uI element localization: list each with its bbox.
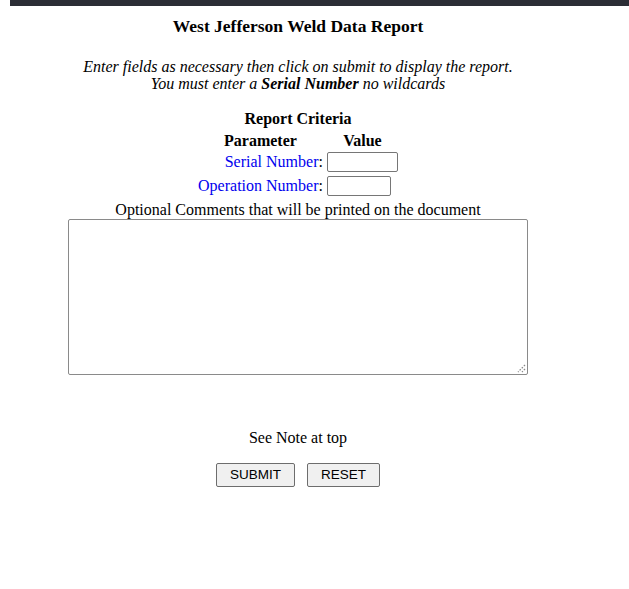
window-top-bar — [10, 0, 629, 6]
value-column-header: Value — [325, 131, 400, 150]
page-title: West Jefferson Weld Data Report — [0, 16, 596, 37]
instructions: Enter fields as necessary then click on … — [0, 58, 596, 92]
serial-number-link[interactable]: Serial Number — [225, 153, 319, 170]
instructions-line1: Enter fields as necessary then click on … — [83, 58, 513, 75]
serial-number-input[interactable] — [327, 152, 398, 172]
comments-caption: Optional Comments that will be printed o… — [0, 202, 596, 217]
report-criteria-heading: Report Criteria — [0, 111, 596, 127]
operation-number-label-cell: Operation Number: — [196, 174, 325, 198]
report-form-page: West Jefferson Weld Data Report Enter fi… — [0, 0, 596, 487]
comments-area — [68, 219, 528, 375]
operation-number-value-cell — [325, 174, 400, 198]
resize-handle-icon[interactable] — [515, 362, 526, 373]
criteria-table: Parameter Value Serial Number: Operation… — [196, 131, 400, 198]
colon: : — [318, 177, 322, 194]
serial-number-label-cell: Serial Number: — [196, 150, 325, 174]
submit-button[interactable]: SUBMIT — [216, 463, 295, 487]
table-row: Serial Number: — [196, 150, 400, 174]
serial-number-value-cell — [325, 150, 400, 174]
table-row: Operation Number: — [196, 174, 400, 198]
colon: : — [318, 153, 322, 170]
button-row: SUBMIT RESET — [0, 463, 596, 487]
instructions-line2: You must enter a Serial Number no wildca… — [151, 75, 445, 92]
comments-textarea[interactable] — [68, 219, 528, 375]
serial-number-emphasis: Serial Number — [261, 75, 358, 92]
reset-button[interactable]: RESET — [307, 463, 380, 487]
operation-number-input[interactable] — [327, 176, 391, 196]
operation-number-link[interactable]: Operation Number — [198, 177, 318, 194]
criteria-header-row: Parameter Value — [196, 131, 400, 150]
parameter-column-header: Parameter — [196, 131, 325, 150]
see-note-text: See Note at top — [0, 430, 596, 445]
